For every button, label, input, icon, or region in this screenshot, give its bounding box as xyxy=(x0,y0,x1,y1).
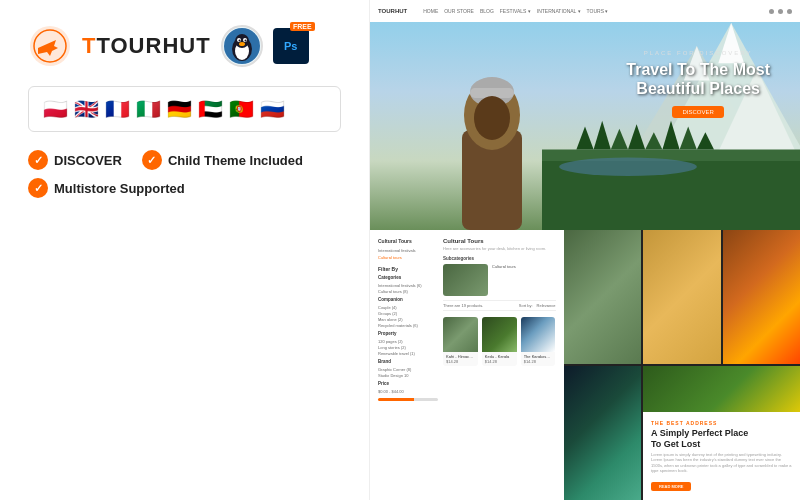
photo-collage: THE BEST ADDRESS A Simply Perfect PlaceT… xyxy=(564,230,801,500)
sort-value: Relevance xyxy=(537,303,556,308)
nav-bar: TOURHUT HOME OUR STORE BLOG FESTIVALS ▾ … xyxy=(370,0,800,22)
subcat-label-1: Cultural tours xyxy=(492,264,516,296)
ps-badge: Ps FREE xyxy=(273,28,309,64)
brand-title: Brand xyxy=(378,359,438,364)
prop-item-2: Long stories (2) xyxy=(378,345,438,350)
svg-point-26 xyxy=(559,158,697,176)
cat-item-2: Cultural tours (8) xyxy=(378,289,438,294)
logo-text: TTOURHUT xyxy=(82,33,211,59)
product-name-3: The Karakoshi Border -... xyxy=(524,354,553,359)
overlay-read-more-button[interactable]: READ MORE xyxy=(651,482,691,491)
sort-by: Sort by: xyxy=(519,303,533,308)
prop-item-3: Renewable travel (1) xyxy=(378,351,438,356)
product-grid: Kafri - Himachal Pradesh $14.28 Kedu - K… xyxy=(443,317,556,366)
catalog-panel: Cultural Tours International festivals C… xyxy=(370,230,564,500)
product-card-2: Kedu - Kerala $14.28 xyxy=(482,317,517,366)
hero-section: TOURHUT HOME OUR STORE BLOG FESTIVALS ▾ … xyxy=(370,0,800,230)
nav-international: INTERNATIONAL ▾ xyxy=(537,8,581,14)
categories-title: Categories xyxy=(378,275,438,280)
product-price-3: $14.28 xyxy=(524,359,553,364)
sidebar-title: Cultural Tours xyxy=(378,238,438,244)
price-slider[interactable] xyxy=(378,398,438,401)
logo-area: TTOURHUT xyxy=(28,24,341,68)
feature-1click-label: DISCOVER xyxy=(54,153,122,168)
feature-1click: ✓ DISCOVER xyxy=(28,150,122,170)
avatar-badge xyxy=(221,25,263,67)
nav-search-icon xyxy=(769,9,774,14)
price-title: Price xyxy=(378,381,438,386)
product-card-3: The Karakoshi Border -... $14.28 xyxy=(521,317,556,366)
subcategory-images: Subcategories xyxy=(443,256,556,264)
svg-point-8 xyxy=(238,40,240,42)
subcategories-label: Subcategories xyxy=(443,256,556,261)
filter-section: Filter By Categories International festi… xyxy=(378,266,438,401)
feature-line-1: ✓ DISCOVER ✓ Child Theme Included xyxy=(28,150,341,170)
flag-ru: 🇷🇺 xyxy=(260,97,285,121)
product-info-3: The Karakoshi Border -... $14.28 xyxy=(521,352,556,366)
svg-point-31 xyxy=(474,96,510,140)
svg-marker-19 xyxy=(594,121,611,150)
product-price-2: $14.28 xyxy=(485,359,514,364)
svg-marker-18 xyxy=(576,127,593,150)
svg-marker-20 xyxy=(611,129,628,150)
subcat-thumb-1 xyxy=(443,264,488,296)
flag-pl: 🇵🇱 xyxy=(43,97,68,121)
nav-icons xyxy=(769,9,792,14)
collage-cell-3 xyxy=(723,230,801,364)
comp-item-3: Man alone (2) xyxy=(378,317,438,322)
flag-de: 🇩🇪 xyxy=(167,97,192,121)
nav-cart-icon xyxy=(787,9,792,14)
comp-item-4: Recycled materials (6) xyxy=(378,323,438,328)
overlay-title: A Simply Perfect PlaceTo Get Lost xyxy=(651,428,792,450)
bottom-section: Cultural Tours International festivals C… xyxy=(370,230,800,500)
catalog-main-title: Cultural Tours xyxy=(443,238,556,244)
property-title: Property xyxy=(378,331,438,336)
preview-area: TOURHUT HOME OUR STORE BLOG FESTIVALS ▾ … xyxy=(370,0,800,500)
product-info-2: Kedu - Kerala $14.28 xyxy=(482,352,517,366)
flag-pt: 🇵🇹 xyxy=(229,97,254,121)
sort-bar: There are 19 products. Sort by: Relevanc… xyxy=(443,300,556,311)
nav-home: HOME xyxy=(423,8,438,14)
feature-child-theme: ✓ Child Theme Included xyxy=(142,150,303,170)
left-panel: TTOURHUT xyxy=(0,0,370,500)
sidebar-item-cultural: Cultural tours xyxy=(378,255,438,260)
nav-links: HOME OUR STORE BLOG FESTIVALS ▾ INTERNAT… xyxy=(423,8,608,14)
feature-multistore: ✓ Multistore Supported xyxy=(28,178,185,198)
product-card-1: Kafri - Himachal Pradesh $14.28 xyxy=(443,317,478,366)
product-info-1: Kafri - Himachal Pradesh $14.28 xyxy=(443,352,478,366)
check-icon-1: ✓ xyxy=(28,150,48,170)
hero-content: PLACE FOR DISCOVERY Travel To The MostBe… xyxy=(626,50,770,118)
comp-item-1: Couple (4) xyxy=(378,305,438,310)
catalog-sidebar: Cultural Tours International festivals C… xyxy=(378,238,438,492)
nav-user-icon xyxy=(778,9,783,14)
free-label: FREE xyxy=(290,22,315,31)
hero-cta-button[interactable]: DISCOVER xyxy=(672,106,723,118)
svg-point-9 xyxy=(244,40,246,42)
flag-it: 🇮🇹 xyxy=(136,97,161,121)
person-svg xyxy=(447,70,537,230)
features-list: ✓ DISCOVER ✓ Child Theme Included ✓ Mult… xyxy=(28,150,341,198)
brand-item-1: Graphic Corner (8) xyxy=(378,367,438,372)
flags-row: 🇵🇱 🇬🇧 🇫🇷 🇮🇹 🇩🇪 🇦🇪 🇵🇹 🇷🇺 xyxy=(28,86,341,132)
nav-blog: BLOG xyxy=(480,8,494,14)
content-overlay: THE BEST ADDRESS A Simply Perfect PlaceT… xyxy=(643,412,800,500)
collage-cell-1 xyxy=(564,230,642,364)
nav-store: OUR STORE xyxy=(444,8,474,14)
product-name-1: Kafri - Himachal Pradesh xyxy=(446,354,475,359)
overlay-desc: Lorem ipsum is simply dummy text of the … xyxy=(651,452,792,474)
main-container: TTOURHUT xyxy=(0,0,800,500)
product-price-1: $14.28 xyxy=(446,359,475,364)
logo-letter-t: T xyxy=(82,33,96,58)
flag-fr: 🇫🇷 xyxy=(105,97,130,121)
check-icon-2: ✓ xyxy=(142,150,162,170)
price-range: $0.00 - $44.00 xyxy=(378,389,438,394)
hero-title: Travel To The MostBeautiful Places xyxy=(626,60,770,98)
collage-cell-4 xyxy=(564,366,642,500)
check-icon-3: ✓ xyxy=(28,178,48,198)
sidebar-item-intl: International festivals xyxy=(378,248,438,253)
companion-title: Companion xyxy=(378,297,438,302)
catalog-header: Cultural Tours Here are accessories for … xyxy=(443,238,556,252)
logo-icon xyxy=(28,24,72,68)
nav-tours: TOURS ▾ xyxy=(587,8,609,14)
nav-festivals: FESTIVALS ▾ xyxy=(500,8,531,14)
